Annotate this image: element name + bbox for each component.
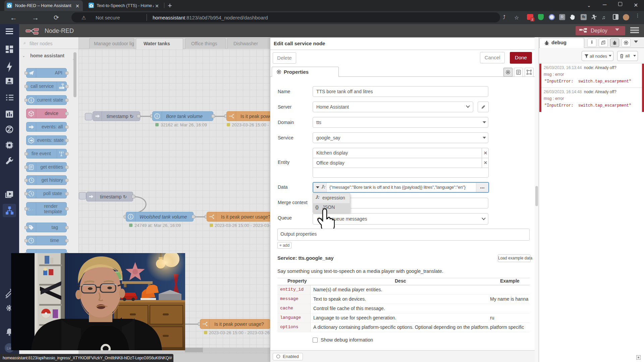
- svg-text:{...}: {...}: [28, 208, 34, 211]
- svg-text:LH: LH: [7, 346, 11, 350]
